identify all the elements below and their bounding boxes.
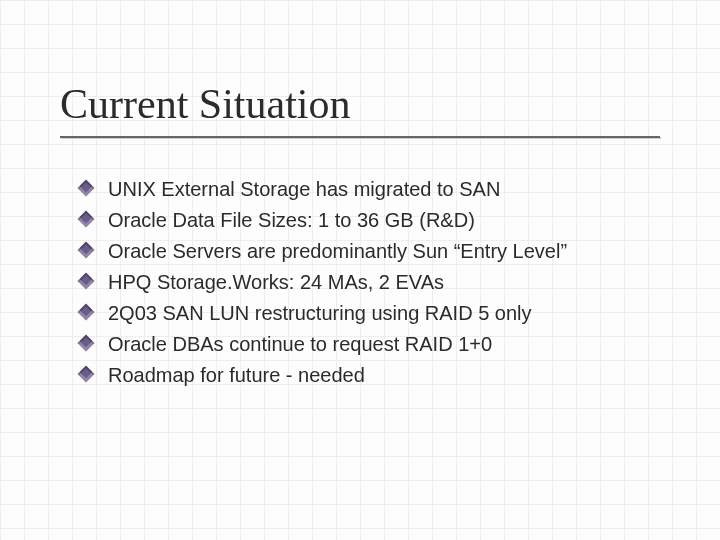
diamond-bullet-icon bbox=[78, 335, 95, 352]
list-item: Oracle DBAs continue to request RAID 1+0 bbox=[80, 329, 660, 360]
bullet-list: UNIX External Storage has migrated to SA… bbox=[60, 174, 660, 391]
diamond-bullet-icon bbox=[78, 366, 95, 383]
bullet-text: UNIX External Storage has migrated to SA… bbox=[108, 178, 500, 200]
bullet-text: Roadmap for future - needed bbox=[108, 364, 365, 386]
list-item: 2Q03 SAN LUN restructuring using RAID 5 … bbox=[80, 298, 660, 329]
slide: Current Situation UNIX External Storage … bbox=[0, 0, 720, 540]
diamond-bullet-icon bbox=[78, 180, 95, 197]
list-item: Roadmap for future - needed bbox=[80, 360, 660, 391]
list-item: UNIX External Storage has migrated to SA… bbox=[80, 174, 660, 205]
bullet-text: HPQ Storage.Works: 24 MAs, 2 EVAs bbox=[108, 271, 444, 293]
list-item: HPQ Storage.Works: 24 MAs, 2 EVAs bbox=[80, 267, 660, 298]
bullet-text: Oracle Data File Sizes: 1 to 36 GB (R&D) bbox=[108, 209, 475, 231]
diamond-bullet-icon bbox=[78, 211, 95, 228]
diamond-bullet-icon bbox=[78, 304, 95, 321]
list-item: Oracle Data File Sizes: 1 to 36 GB (R&D) bbox=[80, 205, 660, 236]
diamond-bullet-icon bbox=[78, 242, 95, 259]
slide-title: Current Situation bbox=[60, 80, 660, 128]
title-underline bbox=[60, 136, 660, 138]
diamond-bullet-icon bbox=[78, 273, 95, 290]
bullet-text: 2Q03 SAN LUN restructuring using RAID 5 … bbox=[108, 302, 532, 324]
bullet-text: Oracle DBAs continue to request RAID 1+0 bbox=[108, 333, 492, 355]
bullet-text: Oracle Servers are predominantly Sun “En… bbox=[108, 240, 567, 262]
list-item: Oracle Servers are predominantly Sun “En… bbox=[80, 236, 660, 267]
